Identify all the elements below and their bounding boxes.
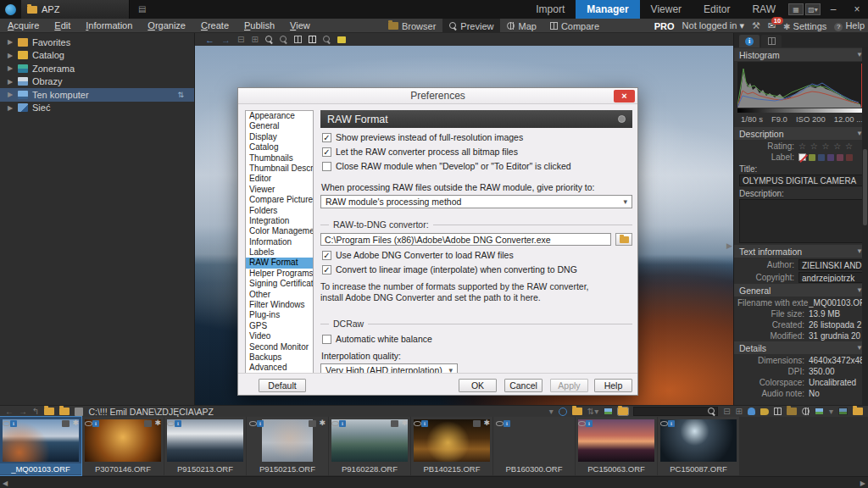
- tools-icon[interactable]: ⚒: [752, 20, 760, 31]
- description-textarea[interactable]: [739, 199, 863, 243]
- dialog-title-bar[interactable]: Preferences ×: [238, 88, 637, 104]
- category-item[interactable]: Video: [246, 331, 313, 341]
- category-item[interactable]: Thumbnails: [246, 153, 313, 164]
- sidebar-item-zonerama[interactable]: ▶ Zonerama: [0, 62, 194, 75]
- ok-button[interactable]: OK: [459, 379, 497, 392]
- label-none-icon[interactable]: [798, 153, 806, 161]
- back-icon[interactable]: ←: [5, 407, 14, 416]
- close-button[interactable]: ×: [846, 0, 868, 19]
- sort-asc-icon[interactable]: ⊟: [237, 35, 244, 44]
- category-item[interactable]: Other: [246, 290, 313, 300]
- checkbox-unchecked[interactable]: [322, 162, 331, 171]
- author-input[interactable]: ZIELINSKI AND: [798, 259, 863, 270]
- category-item[interactable]: Signing Certificates: [246, 279, 313, 289]
- menu-edit[interactable]: Edit: [47, 20, 78, 30]
- category-item-selected[interactable]: RAW Format: [246, 258, 313, 268]
- browse-button[interactable]: [615, 233, 632, 246]
- view-browser-button[interactable]: Browser: [381, 19, 442, 33]
- archive-icon[interactable]: [853, 408, 863, 415]
- sidebar-item-favorites[interactable]: ▶ Favorites: [0, 36, 194, 49]
- histogram-section-header[interactable]: Histogram▼: [734, 48, 868, 61]
- label-swatches[interactable]: [798, 152, 855, 162]
- expand-icon[interactable]: ▶: [8, 52, 14, 59]
- forward-icon[interactable]: →: [19, 407, 27, 416]
- thumbnail-pc150063[interactable]: i PC150063.ORF: [576, 417, 657, 475]
- copy-to-folder-icon[interactable]: [787, 408, 797, 415]
- checkbox-checked[interactable]: ✓: [322, 251, 331, 260]
- tab-import[interactable]: Import: [525, 0, 576, 19]
- sidebar-item-ten-komputer[interactable]: ▶ Ten komputer ⇅: [0, 88, 194, 102]
- header-help-icon[interactable]: [618, 115, 626, 123]
- label-purple[interactable]: [827, 154, 834, 161]
- category-item[interactable]: Plug-ins: [246, 310, 313, 320]
- current-folder-icon[interactable]: [59, 408, 70, 415]
- checkbox-unchecked[interactable]: [322, 335, 331, 344]
- workspace-switch-icon[interactable]: ▨▾: [805, 3, 821, 15]
- login-menu[interactable]: Not logged in ▾: [682, 20, 744, 31]
- menu-publish[interactable]: Publish: [236, 20, 282, 30]
- category-item[interactable]: Integration: [246, 216, 313, 226]
- view-map-button[interactable]: Map: [500, 19, 542, 33]
- option-show-previews[interactable]: ✓ Show previews instead of full-resoluti…: [322, 132, 632, 142]
- tab-raw[interactable]: RAW: [741, 0, 787, 19]
- search-input[interactable]: [633, 407, 718, 416]
- category-item[interactable]: Display: [246, 132, 313, 142]
- tree-view-icon[interactable]: ⊟: [723, 407, 730, 416]
- thumbnail-image[interactable]: [509, 419, 559, 462]
- settings-button[interactable]: ✱ Settings: [783, 21, 826, 31]
- description-section-header[interactable]: Description▼: [734, 127, 868, 140]
- category-item[interactable]: Catalog: [246, 142, 313, 152]
- forward-icon[interactable]: →: [221, 35, 231, 45]
- category-item[interactable]: Backups: [246, 352, 313, 363]
- text-information-section-header[interactable]: Text information▼: [734, 245, 868, 258]
- up-icon[interactable]: ↰: [32, 407, 39, 416]
- menu-view[interactable]: View: [282, 20, 318, 30]
- fit-screen-icon[interactable]: [309, 36, 316, 43]
- label-red[interactable]: [846, 154, 853, 161]
- grid-view-icon[interactable]: [774, 408, 782, 415]
- label-blue[interactable]: [818, 154, 825, 161]
- category-item[interactable]: Helper Programs: [246, 269, 313, 279]
- label-pink[interactable]: [837, 154, 843, 161]
- checkbox-checked[interactable]: ✓: [322, 147, 331, 157]
- thumbnail-p9150215[interactable]: i ✱ P9150215.ORF: [247, 417, 328, 475]
- keywords-icon[interactable]: [760, 408, 769, 415]
- expand-icon[interactable]: ▶: [8, 78, 14, 86]
- tab-viewer[interactable]: Viewer: [640, 0, 693, 19]
- apply-button[interactable]: Apply: [550, 379, 588, 392]
- option-close-raw-module[interactable]: Close RAW module when "Develop" or "To E…: [322, 161, 632, 171]
- default-button[interactable]: Default: [259, 379, 306, 392]
- rating-stars[interactable]: ☆ ☆ ☆ ☆ ☆: [798, 141, 854, 151]
- preview-image-icon[interactable]: [604, 408, 613, 415]
- thumbnail-pb140215[interactable]: i ✱ PB140215.ORF: [411, 417, 492, 475]
- reorder-icon[interactable]: ⇅: [177, 91, 184, 99]
- view-preview-button[interactable]: Preview: [442, 19, 500, 33]
- menu-organize[interactable]: Organize: [140, 20, 193, 30]
- view-compare-button[interactable]: Compare: [543, 19, 606, 33]
- notifications-icon[interactable]: ✉10: [768, 20, 776, 31]
- thumbnail-image[interactable]: [262, 419, 313, 462]
- expand-icon[interactable]: ▶: [8, 91, 14, 98]
- tab-secondary[interactable]: [761, 35, 782, 47]
- cancel-button[interactable]: Cancel: [504, 379, 542, 392]
- scroll-right-icon[interactable]: ▶: [860, 480, 865, 487]
- general-section-header[interactable]: General▼: [734, 284, 868, 297]
- sidebar-item-siec[interactable]: ▶ Sieć: [0, 102, 194, 115]
- category-item[interactable]: GPS: [246, 321, 313, 331]
- category-item[interactable]: Labels: [246, 247, 313, 258]
- checkbox-checked[interactable]: ✓: [322, 133, 331, 142]
- tab-information[interactable]: i: [739, 35, 760, 47]
- thumbnail-pb160300[interactable]: i PB160300.ORF: [493, 417, 575, 475]
- sort-order-icon[interactable]: ⇅▾: [587, 407, 598, 416]
- quick-edit-icon[interactable]: [337, 36, 346, 43]
- category-item[interactable]: Information: [246, 237, 313, 247]
- preferences-category-list[interactable]: Appearance General Display Catalog Thumb…: [245, 110, 314, 374]
- sidebar-item-catalog[interactable]: ▶ Catalog: [0, 49, 194, 63]
- category-item[interactable]: Advanced: [246, 363, 313, 373]
- filmstrip-scrollbar[interactable]: ◀ ▶: [0, 476, 868, 488]
- expand-icon[interactable]: ▶: [8, 104, 14, 112]
- panel-layout-icon[interactable]: ▦: [788, 3, 804, 15]
- folder-up-icon[interactable]: [44, 408, 54, 415]
- flat-view-icon[interactable]: ⊞: [736, 407, 743, 416]
- minimize-button[interactable]: –: [822, 0, 844, 19]
